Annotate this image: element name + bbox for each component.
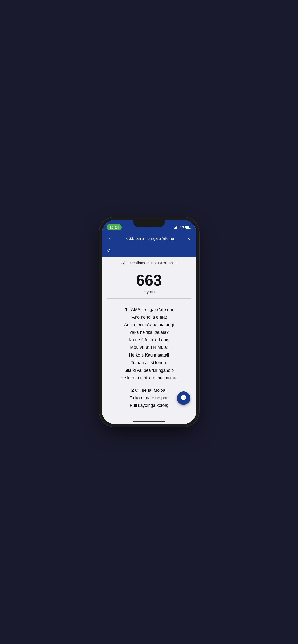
verse-1-number: 1 — [125, 307, 128, 312]
battery-fill — [186, 226, 189, 228]
signal-bar-2 — [175, 227, 176, 229]
signal-bar-3 — [176, 226, 177, 229]
home-indicator — [133, 421, 165, 422]
hymn-number-section: 663 Hymn — [102, 268, 196, 300]
verse-1-line-4: Vaka ne 'ikai tauala? — [109, 329, 189, 336]
verse-1-line-2: 'Aho ne to 'a e afa; — [109, 314, 189, 321]
signal-bar-1 — [174, 228, 175, 229]
battery-body — [186, 226, 191, 228]
verse-2-line-1: 2 Oi! he fai fuoloa; — [109, 387, 189, 394]
nav-header: ← 663. tama, 'e ngalo 'afe na × — [102, 232, 196, 245]
secondary-nav: < — [102, 245, 196, 257]
hymn-number: 663 — [107, 273, 192, 288]
verse-1: 1 TAMA, 'e ngalo 'afe nai 'Aho ne to 'a … — [109, 306, 189, 382]
verse-gap — [109, 382, 189, 387]
nav-title: 663. tama, 'e ngalo 'afe na — [114, 236, 186, 241]
network-label: 5G — [180, 226, 184, 229]
verse-1-line-9: Sila ki vai pea 'uli ngaholo — [109, 367, 189, 374]
verse-1-line-8: Te nau a'usi fonua. — [109, 360, 189, 366]
verse-1-line-6: Mou vili atu ki mu'a; — [109, 344, 189, 351]
phone-frame: 10:24 5G ← 663. tama, 'e ngalo 'afe na ×… — [102, 220, 196, 424]
back-button[interactable]: ← — [107, 234, 114, 243]
verse-1-line-1: 1 TAMA, 'e ngalo 'afe nai — [109, 306, 189, 314]
verse-2-number: 2 — [131, 388, 134, 393]
notch — [133, 220, 165, 227]
battery-icon — [186, 226, 192, 228]
battery-tip — [191, 226, 192, 228]
church-name: Siasi Uesiliana Tau'ataina 'o Tonga — [102, 257, 196, 268]
verse-1-line-5: Ka ne fafana 'a Langi — [109, 336, 189, 344]
status-icons: 5G — [174, 226, 191, 229]
verse-1-line-3: Angi mei mu'a he matangi — [109, 321, 189, 328]
divider-2 — [107, 298, 192, 298]
secondary-back-button[interactable]: < — [107, 247, 110, 254]
fab-button[interactable] — [177, 392, 190, 405]
signal-bar-4 — [178, 226, 178, 229]
verse-1-line-10: He kuo to mai 'a e mui hakau. — [109, 374, 189, 382]
verse-2-line-3: Puli kayoinga kotoa; — [109, 402, 189, 409]
verse-1-line-7: He ko e Kau matatali — [109, 352, 189, 359]
hymn-type: Hymn — [107, 290, 192, 294]
fab-icon — [181, 394, 187, 402]
status-time: 10:24 — [107, 224, 122, 230]
close-button[interactable]: × — [186, 235, 192, 243]
signal-bars — [174, 226, 178, 229]
